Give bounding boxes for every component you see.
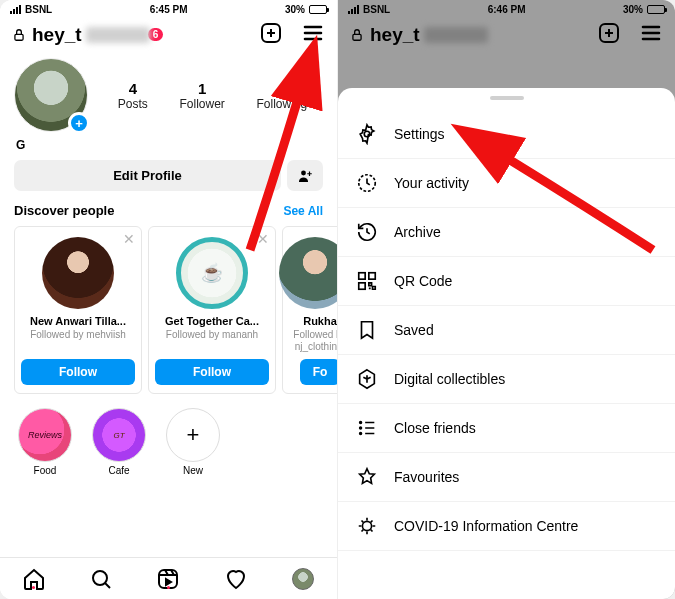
add-person-icon (296, 167, 314, 185)
create-post-button[interactable] (259, 21, 283, 48)
card-avatar[interactable]: ☕ (176, 237, 248, 309)
highlight-cover: GT (92, 408, 146, 462)
battery-icon (309, 5, 327, 14)
menu-settings[interactable]: Settings (338, 110, 675, 159)
highlight-new[interactable]: + New (166, 408, 220, 476)
svg-point-14 (360, 433, 362, 435)
follow-button[interactable]: Follow (155, 359, 269, 385)
star-icon (356, 466, 378, 488)
menu-covid-info[interactable]: COVID-19 Information Centre (338, 502, 675, 551)
username-text: hey_t (32, 24, 82, 46)
discover-card: Rukha Followed by nj_clothin... Fo (282, 226, 337, 394)
signal-icon (10, 5, 21, 14)
menu-archive[interactable]: Archive (338, 208, 675, 257)
discover-people-toggle[interactable] (287, 160, 323, 191)
battery-pct: 30% (285, 4, 305, 15)
discover-cards[interactable]: ✕ New Anwari Tilla... Followed by mehvii… (0, 226, 337, 404)
svg-point-3 (93, 571, 107, 585)
profile-avatar[interactable]: + (14, 58, 88, 132)
discover-card: ✕ New Anwari Tilla... Followed by mehvii… (14, 226, 142, 394)
lock-icon (12, 28, 26, 42)
nav-reels[interactable] (154, 565, 182, 593)
menu-label: Saved (394, 322, 434, 338)
card-name: New Anwari Tilla... (21, 315, 135, 327)
menu-screen: BSNL 6:46 PM 30% hey_t (338, 0, 675, 599)
nav-profile[interactable] (289, 565, 317, 593)
card-followed-by: Followed by mehviish (21, 329, 135, 353)
see-all-link[interactable]: See All (283, 204, 323, 218)
menu-label: QR Code (394, 273, 452, 289)
gear-icon (356, 123, 378, 145)
stat-following[interactable]: 4 Following (256, 80, 307, 111)
menu-label: Close friends (394, 420, 476, 436)
menu-digital-collectibles[interactable]: Digital collectibles (338, 355, 675, 404)
hamburger-menu-button[interactable] (301, 21, 325, 48)
add-story-badge[interactable]: + (68, 112, 90, 134)
card-name: Get Together Ca... (155, 315, 269, 327)
list-icon (356, 417, 378, 439)
card-avatar[interactable] (42, 237, 114, 309)
menu-label: COVID-19 Information Centre (394, 518, 578, 534)
svg-point-12 (360, 422, 362, 424)
activity-icon (356, 172, 378, 194)
edit-profile-button[interactable]: Edit Profile (14, 160, 281, 191)
username-dropdown[interactable]: hey_t 6 (12, 24, 163, 46)
menu-qr-code[interactable]: QR Code (338, 257, 675, 306)
bookmark-icon (356, 319, 378, 341)
menu-label: Archive (394, 224, 441, 240)
carrier-label: BSNL (25, 4, 52, 15)
clock: 6:45 PM (150, 4, 188, 15)
bio-name: G (0, 138, 337, 160)
svg-rect-9 (359, 273, 365, 279)
highlight-cover: Reviews (18, 408, 72, 462)
menu-favourites[interactable]: Favourites (338, 453, 675, 502)
follow-button[interactable]: Fo (300, 359, 337, 385)
stat-posts[interactable]: 4 Posts (118, 80, 148, 111)
hexagon-icon (356, 368, 378, 390)
plus-square-icon (259, 21, 283, 45)
stat-followers[interactable]: 1 Follower (179, 80, 224, 111)
notification-badge: 6 (148, 28, 164, 41)
card-followed-by: Followed by mananh (155, 329, 269, 353)
svg-rect-0 (15, 34, 23, 40)
sheet-grabber[interactable] (490, 96, 524, 100)
svg-rect-4 (159, 570, 177, 588)
archive-icon (356, 221, 378, 243)
search-icon (89, 567, 113, 591)
card-followed-by: Followed by nj_clothin... (289, 329, 337, 353)
follow-button[interactable]: Follow (21, 359, 135, 385)
nav-home[interactable] (20, 565, 48, 593)
highlight-item[interactable]: Reviews Food (18, 408, 72, 476)
dismiss-card-button[interactable]: ✕ (123, 231, 135, 247)
svg-point-2 (301, 170, 306, 175)
card-avatar[interactable] (279, 237, 337, 309)
menu-sheet: Settings Your activity Archive QR Code S… (338, 88, 675, 599)
menu-your-activity[interactable]: Your activity (338, 159, 675, 208)
menu-close-friends[interactable]: Close friends (338, 404, 675, 453)
dismiss-card-button[interactable]: ✕ (257, 231, 269, 247)
svg-point-15 (362, 521, 371, 530)
hamburger-icon (301, 21, 325, 45)
covid-icon (356, 515, 378, 537)
qr-icon (356, 270, 378, 292)
story-highlights: Reviews Food GT Cafe + New (0, 404, 337, 482)
highlight-item[interactable]: GT Cafe (92, 408, 146, 476)
menu-label: Favourites (394, 469, 459, 485)
card-name: Rukha (289, 315, 337, 327)
username-blur (86, 27, 150, 43)
menu-saved[interactable]: Saved (338, 306, 675, 355)
nav-search[interactable] (87, 565, 115, 593)
bottom-nav (0, 557, 337, 599)
svg-rect-11 (359, 283, 365, 289)
discover-card: ✕ ☕ Get Together Ca... Followed by manan… (148, 226, 276, 394)
svg-point-13 (360, 427, 362, 429)
svg-rect-10 (369, 273, 375, 279)
heart-icon (224, 567, 248, 591)
menu-label: Digital collectibles (394, 371, 505, 387)
profile-stats-row: + 4 Posts 1 Follower 4 Following (0, 58, 337, 138)
nav-avatar (292, 568, 314, 590)
nav-activity[interactable] (222, 565, 250, 593)
profile-header: hey_t 6 (0, 17, 337, 58)
plus-icon: + (166, 408, 220, 462)
menu-label: Settings (394, 126, 445, 142)
